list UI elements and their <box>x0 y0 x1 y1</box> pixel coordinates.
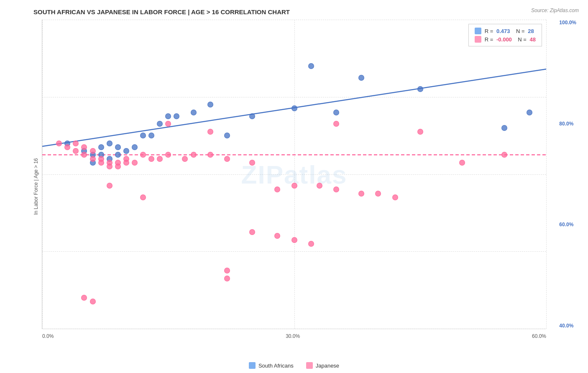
trend-lines-svg <box>42 20 546 329</box>
dot-pink <box>249 160 255 166</box>
dot-blue <box>207 102 213 107</box>
dot-pink <box>182 156 188 162</box>
x-tick-0: 0.0% <box>42 333 54 339</box>
bottom-legend-south-africans: South Africans <box>249 362 294 369</box>
dot-blue <box>224 133 230 138</box>
x-axis-labels: 0.0% 30.0% 60.0% <box>42 333 546 339</box>
dot-pink <box>291 237 297 243</box>
dot-blue <box>527 110 532 115</box>
dot-pink <box>333 186 339 192</box>
dot-pink <box>123 160 129 166</box>
y-tick-60: 60.0% <box>559 222 576 227</box>
dot-pink <box>375 191 381 197</box>
dot-blue <box>98 144 104 150</box>
chart-container: SOUTH AFRICAN VS JAPANESE IN LABOR FORCE… <box>0 0 588 373</box>
dot-blue <box>107 141 112 146</box>
dot-blue <box>115 152 121 158</box>
dot-pink <box>56 141 62 146</box>
dot-pink <box>157 156 163 162</box>
dot-pink <box>107 164 112 169</box>
legend-row-blue: R = 0.473 N = 28 <box>475 28 536 34</box>
dot-pink <box>317 183 322 189</box>
dot-pink <box>81 152 87 158</box>
south-africans-swatch <box>249 362 256 369</box>
dot-pink <box>291 183 297 189</box>
legend-text-blue: R = 0.473 N = 28 <box>485 28 534 34</box>
legend-swatch-pink <box>475 36 481 43</box>
grid-h-0 <box>42 329 546 329</box>
x-tick-60: 60.0% <box>532 333 546 339</box>
dot-blue <box>123 148 129 154</box>
grid-v-60 <box>546 20 547 329</box>
dot-pink <box>207 129 213 135</box>
y-axis-label: In Labor Force | Age > 16 <box>33 158 39 215</box>
dot-pink <box>140 152 146 158</box>
bottom-legend: South Africans Japanese <box>0 362 588 369</box>
japanese-label: Japanese <box>316 363 339 369</box>
dot-pink <box>501 152 507 158</box>
dot-pink <box>107 183 112 189</box>
dot-pink <box>459 160 465 166</box>
dot-pink <box>90 156 96 162</box>
dot-pink <box>132 160 138 166</box>
dot-pink <box>224 156 230 162</box>
dot-pink <box>358 191 364 197</box>
y-axis-right: 100.0% 80.0% 60.0% 40.0% <box>559 20 576 329</box>
legend-box: R = 0.473 N = 28 R = -0.000 N = 48 <box>468 24 542 46</box>
source-label: Source: ZipAtlas.com <box>531 8 579 13</box>
dot-blue <box>157 121 163 127</box>
dot-pink <box>333 121 339 127</box>
dot-blue <box>132 144 138 150</box>
dot-pink <box>224 276 230 281</box>
dot-pink <box>64 144 70 150</box>
dot-pink <box>249 229 255 235</box>
y-tick-80: 80.0% <box>559 121 576 127</box>
dot-pink <box>165 121 171 127</box>
dot-pink <box>392 194 398 200</box>
dot-pink <box>207 152 213 158</box>
dot-blue <box>115 144 121 150</box>
dot-pink <box>115 164 121 169</box>
dot-blue <box>174 113 179 119</box>
dot-pink <box>308 241 314 247</box>
dot-blue <box>148 133 154 138</box>
dot-pink <box>165 152 171 158</box>
dot-blue <box>308 63 314 69</box>
dot-pink <box>90 148 96 154</box>
dot-blue <box>501 125 507 131</box>
dot-blue <box>191 110 197 115</box>
bottom-legend-japanese: Japanese <box>306 362 339 369</box>
legend-text-pink: R = -0.000 N = 48 <box>485 36 536 43</box>
japanese-swatch <box>306 362 313 369</box>
dot-pink <box>140 194 146 200</box>
dot-pink <box>224 268 230 273</box>
dot-pink <box>90 299 96 304</box>
dot-blue <box>249 113 255 119</box>
dot-blue <box>291 105 297 111</box>
dot-pink <box>81 295 87 301</box>
dot-blue <box>140 133 146 138</box>
chart-area: ZIPatlas R = 0.473 N = 28 <box>42 20 546 329</box>
dot-pink <box>81 144 87 150</box>
dot-pink <box>274 233 280 239</box>
dot-pink <box>98 160 104 166</box>
legend-row-pink: R = -0.000 N = 48 <box>475 36 536 43</box>
south-africans-label: South Africans <box>258 363 294 369</box>
legend-swatch-blue <box>475 28 481 34</box>
dot-blue <box>333 110 339 115</box>
dot-pink <box>274 186 280 192</box>
y-tick-40: 40.0% <box>559 323 576 329</box>
dot-pink <box>191 152 197 158</box>
y-tick-100: 100.0% <box>559 20 576 26</box>
dot-pink <box>148 156 154 162</box>
dot-pink <box>417 129 423 135</box>
dot-blue <box>165 113 171 119</box>
x-tick-30: 30.0% <box>286 333 300 339</box>
dot-pink <box>73 141 79 146</box>
dot-blue <box>358 75 364 81</box>
chart-title: SOUTH AFRICAN VS JAPANESE IN LABOR FORCE… <box>33 8 580 15</box>
dot-pink <box>73 148 79 154</box>
dot-blue <box>417 86 423 92</box>
